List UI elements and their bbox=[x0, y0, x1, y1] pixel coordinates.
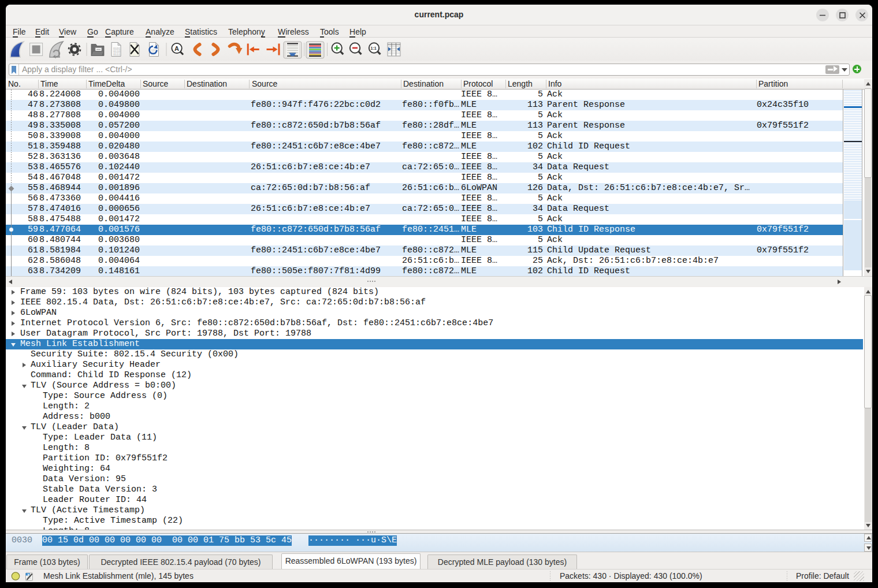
svg-text:0111: 0111 bbox=[113, 53, 120, 57]
svg-text:A: A bbox=[174, 45, 179, 52]
svg-text:1:1: 1:1 bbox=[371, 46, 377, 50]
